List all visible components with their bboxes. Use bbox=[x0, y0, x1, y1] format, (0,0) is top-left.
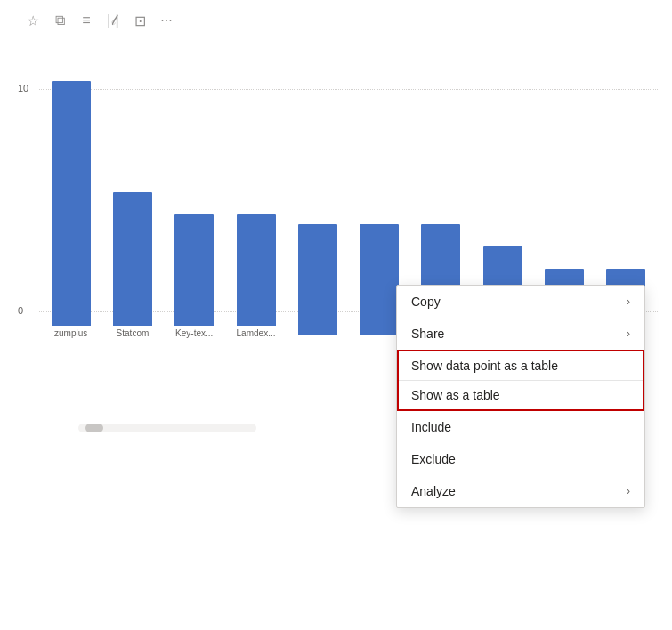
bar-group[interactable]: zumplus bbox=[43, 81, 99, 338]
scrollbar-thumb[interactable] bbox=[85, 424, 103, 432]
context-menu: Copy›Share›Show data point as a tableSho… bbox=[396, 285, 645, 508]
bar-label: zumplus bbox=[46, 328, 96, 338]
grid-label: 0 bbox=[18, 305, 23, 316]
y-axis-label bbox=[14, 44, 39, 418]
bar-group[interactable]: Lamdex... bbox=[228, 214, 284, 338]
bar[interactable] bbox=[298, 224, 337, 335]
chevron-right-icon: › bbox=[627, 327, 630, 340]
more-icon[interactable]: ··· bbox=[157, 11, 176, 30]
filter-icon[interactable]: ≡ bbox=[77, 11, 96, 30]
bar[interactable] bbox=[174, 214, 214, 326]
menu-item-label: Share bbox=[411, 327, 444, 341]
menu-item-label: Analyze bbox=[411, 484, 456, 498]
bar[interactable] bbox=[113, 192, 152, 326]
menu-item-label: Include bbox=[411, 420, 451, 434]
menu-item[interactable]: Include bbox=[397, 411, 644, 443]
bar[interactable] bbox=[52, 81, 91, 326]
expand-icon[interactable]: ⊡ bbox=[130, 11, 150, 30]
menu-item[interactable]: Show data point as a table bbox=[399, 351, 643, 381]
copy-icon[interactable]: ⧉ bbox=[50, 11, 69, 30]
chart-container: ☆ ⧉ ≡ |𝓁| ⊡ ··· 100zumplusStatcomKey-tex… bbox=[0, 0, 672, 630]
highlight-group: Show data point as a tableShow as a tabl… bbox=[397, 350, 644, 411]
bar-group[interactable] bbox=[289, 224, 345, 338]
brush-icon[interactable]: |𝓁| bbox=[103, 11, 123, 30]
bar[interactable] bbox=[237, 214, 276, 326]
bar-label: Lamdex... bbox=[231, 328, 281, 338]
menu-item-label: Exclude bbox=[411, 452, 456, 466]
menu-item[interactable]: Exclude bbox=[397, 443, 644, 475]
title-row: ☆ ⧉ ≡ |𝓁| ⊡ ··· bbox=[14, 9, 658, 30]
star-icon[interactable]: ☆ bbox=[23, 11, 43, 30]
menu-item-label: Copy bbox=[411, 295, 441, 309]
menu-item-label: Show as a table bbox=[411, 388, 500, 402]
menu-item[interactable]: Share› bbox=[397, 318, 644, 350]
scrollbar[interactable] bbox=[78, 424, 256, 432]
menu-item[interactable]: Analyze› bbox=[397, 475, 644, 507]
menu-item[interactable]: Copy› bbox=[397, 286, 644, 318]
chevron-right-icon: › bbox=[627, 485, 630, 497]
menu-item-label: Show data point as a table bbox=[411, 359, 558, 373]
grid-label: 10 bbox=[18, 83, 28, 93]
bar[interactable] bbox=[360, 224, 399, 335]
bar-group[interactable]: Statcom bbox=[104, 192, 160, 338]
menu-item[interactable]: Show as a table bbox=[399, 381, 643, 409]
chevron-right-icon: › bbox=[627, 295, 630, 308]
bar-label: Key-tex... bbox=[169, 328, 219, 338]
toolbar-icons: ☆ ⧉ ≡ |𝓁| ⊡ ··· bbox=[23, 11, 176, 30]
bar-group[interactable]: Key-tex... bbox=[166, 214, 223, 338]
bar-label: Statcom bbox=[108, 328, 158, 338]
